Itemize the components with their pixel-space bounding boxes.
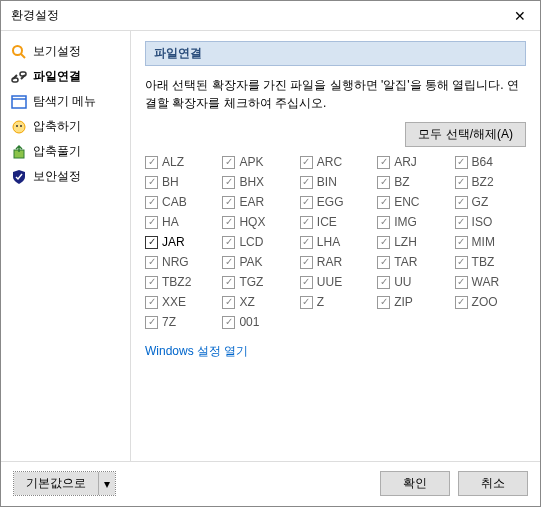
ext-label: ISO [472,215,493,229]
svg-line-1 [21,54,25,58]
checkbox-icon: ✓ [377,196,390,209]
ext-label: TAR [394,255,417,269]
ext-label: PAK [239,255,262,269]
ext-checkbox-war: ✓WAR [455,275,526,289]
ext-checkbox-pak: ✓PAK [222,255,293,269]
ext-label: ZIP [394,295,413,309]
ext-label: ENC [394,195,419,209]
ext-checkbox-001: ✓001 [222,315,293,329]
ext-checkbox-bhx: ✓BHX [222,175,293,189]
ok-button[interactable]: 확인 [380,471,450,496]
ext-label: UU [394,275,411,289]
ext-checkbox-jar[interactable]: ✓JAR [145,235,216,249]
sidebar-item-file-association[interactable]: 파일연결 [1,64,130,89]
ext-label: 001 [239,315,259,329]
ext-checkbox-ear: ✓EAR [222,195,293,209]
checkbox-icon: ✓ [300,276,313,289]
cancel-button[interactable]: 취소 [458,471,528,496]
close-icon[interactable]: ✕ [510,8,530,24]
checkbox-icon: ✓ [145,196,158,209]
ext-checkbox-lzh: ✓LZH [377,235,448,249]
defaults-button-label[interactable]: 기본값으로 [14,472,99,495]
select-all-button[interactable]: 모두 선택/해제(A) [405,122,526,147]
checkbox-icon: ✓ [222,156,235,169]
ext-checkbox-ha: ✓HA [145,215,216,229]
ext-label: ARC [317,155,342,169]
ext-label: EGG [317,195,344,209]
ext-label: LCD [239,235,263,249]
checkbox-icon: ✓ [377,176,390,189]
defaults-split-button[interactable]: 기본값으로 ▾ [13,471,116,496]
checkbox-icon: ✓ [455,296,468,309]
checkbox-icon: ✓ [145,296,158,309]
open-windows-settings-link[interactable]: Windows 설정 열기 [145,344,248,358]
checkbox-icon: ✓ [300,296,313,309]
svg-point-6 [13,121,25,133]
checkbox-icon: ✓ [377,236,390,249]
ext-checkbox-hqx: ✓HQX [222,215,293,229]
checkbox-icon: ✓ [377,216,390,229]
ext-label: APK [239,155,263,169]
sidebar-item-extract[interactable]: 압축풀기 [1,139,130,164]
compress-icon [11,119,27,135]
ext-checkbox-alz: ✓ALZ [145,155,216,169]
ext-checkbox-tar: ✓TAR [377,255,448,269]
titlebar: 환경설정 ✕ [1,1,540,31]
sidebar-item-view[interactable]: 보기설정 [1,39,130,64]
checkbox-icon: ✓ [455,236,468,249]
sidebar: 보기설정 파일연결 탐색기 메뉴 압축하기 압축풀기 [1,31,131,461]
window-icon [11,94,27,110]
ext-checkbox-uue: ✓UUE [300,275,371,289]
chevron-down-icon[interactable]: ▾ [99,472,115,495]
ext-checkbox-tgz: ✓TGZ [222,275,293,289]
ext-label: BZ2 [472,175,494,189]
ext-label: IMG [394,215,417,229]
ext-label: 7Z [162,315,176,329]
link-icon [11,69,27,85]
ext-checkbox-lha: ✓LHA [300,235,371,249]
checkbox-icon: ✓ [455,176,468,189]
checkbox-icon: ✓ [145,156,158,169]
svg-point-0 [13,46,22,55]
ext-checkbox-tbz2: ✓TBZ2 [145,275,216,289]
checkbox-icon: ✓ [300,216,313,229]
sidebar-item-label: 보안설정 [33,168,81,185]
extract-icon [11,144,27,160]
ext-label: LHA [317,235,340,249]
checkbox-icon: ✓ [145,236,158,249]
extension-grid: ✓ALZ✓APK✓ARC✓ARJ✓B64✓BH✓BHX✓BIN✓BZ✓BZ2✓C… [145,155,526,329]
ext-checkbox-uu: ✓UU [377,275,448,289]
ext-label: Z [317,295,324,309]
ext-checkbox-arj: ✓ARJ [377,155,448,169]
ext-label: NRG [162,255,189,269]
ext-label: HQX [239,215,265,229]
ext-checkbox-z: ✓Z [300,295,371,309]
ext-checkbox-zip: ✓ZIP [377,295,448,309]
checkbox-icon: ✓ [455,276,468,289]
ext-checkbox-mim: ✓MIM [455,235,526,249]
ext-label: ALZ [162,155,184,169]
ext-label: HA [162,215,179,229]
checkbox-icon: ✓ [145,276,158,289]
ext-checkbox-xxe: ✓XXE [145,295,216,309]
svg-point-8 [20,125,22,127]
sidebar-item-explorer-menu[interactable]: 탐색기 메뉴 [1,89,130,114]
ext-label: GZ [472,195,489,209]
checkbox-icon: ✓ [300,196,313,209]
ext-label: WAR [472,275,500,289]
footer-right: 확인 취소 [380,471,528,496]
sidebar-item-compress[interactable]: 압축하기 [1,114,130,139]
ext-label: ARJ [394,155,417,169]
ext-checkbox-bz: ✓BZ [377,175,448,189]
sidebar-item-security[interactable]: 보안설정 [1,164,130,189]
ext-checkbox-7z: ✓7Z [145,315,216,329]
checkbox-icon: ✓ [377,256,390,269]
ext-checkbox-enc: ✓ENC [377,195,448,209]
ext-checkbox-ice: ✓ICE [300,215,371,229]
shield-icon [11,169,27,185]
checkbox-icon: ✓ [145,176,158,189]
ext-checkbox-bin: ✓BIN [300,175,371,189]
svg-point-7 [16,125,18,127]
ext-label: TBZ [472,255,495,269]
ext-label: BH [162,175,179,189]
